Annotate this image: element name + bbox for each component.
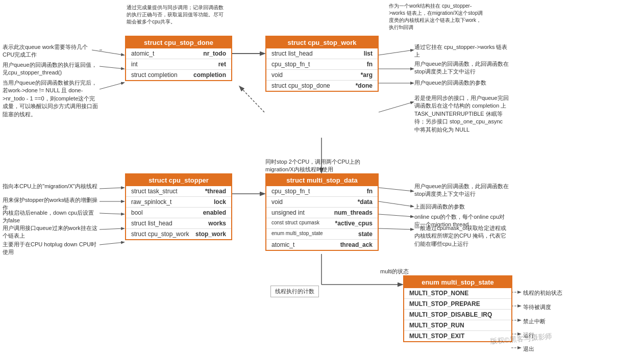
multi-stop-data-row-5: enum multi_stop_state state [266, 229, 378, 240]
svg-line-14 [379, 102, 413, 112]
annotation-state-prepare: 等待被调度 [523, 303, 551, 311]
svg-line-21 [379, 201, 413, 207]
field-name: enabled [203, 209, 226, 216]
field-type: raw_spinlock_t [131, 198, 171, 206]
field-type: atomic_t [271, 241, 294, 248]
annotation-right-multi4: 一般通过cpumask_of获取给定进程或内核线程所绑定的CPU 掩码，代表它们… [414, 224, 509, 248]
annotation-top-center: 通过完成量提供与同步调用；记录回调函数的执行正确与否，获取返回值等功能。尽可能会… [127, 4, 226, 25]
field-name: MULTI_STOP_DISABLE_IRQ [409, 311, 492, 318]
svg-line-19 [100, 242, 124, 245]
field-name: ret [218, 61, 226, 68]
svg-line-22 [379, 214, 413, 217]
field-name: num_threads [334, 209, 373, 216]
cpu-stop-work-row-4: struct cpu_stop_done *done [266, 81, 378, 91]
multi-stop-state-row-3: MULTI_STOP_DISABLE_IRQ [404, 310, 511, 320]
annotation-multi-state-label: multi的状态 [380, 268, 409, 275]
multi-stop-data-title: struct multi_stop_data [266, 174, 378, 186]
field-type: struct task_struct [131, 188, 178, 195]
field-name: list [364, 50, 373, 57]
cpu-stop-work-box: struct cpu_stop_work struct list_head li… [265, 36, 379, 92]
cpu-stopper-row-3: bool enabled [126, 208, 231, 218]
annotation-thread-count: 线程执行的计数 [270, 286, 319, 297]
field-name: *data [358, 198, 373, 206]
multi-stop-data-row-2: void *data [266, 197, 378, 208]
cpu-stopper-row-2: raw_spinlock_t lock [126, 197, 231, 208]
svg-line-2 [240, 87, 264, 112]
multi-stop-data-row-3: unsigned int num_threads [266, 208, 378, 218]
field-type: void [271, 198, 283, 206]
annotation-left-stopper3: 内核启动后enable，down cpu后设置为false [3, 209, 100, 225]
multi-stop-state-row-4: MULTI_STOP_RUN [404, 320, 511, 331]
cpu-stopper-row-4: struct list_head works [126, 218, 231, 229]
field-name: *thread [205, 188, 226, 195]
annotation-state-disable-irq: 禁止中断 [523, 318, 546, 325]
field-name: nr_todo [203, 50, 226, 57]
multi-stop-data-row-4: const struct cpumask *active_cpus [266, 218, 378, 229]
multi-stop-data-row-6: atomic_t thread_ack [266, 240, 378, 250]
svg-line-11 [379, 50, 413, 55]
annotation-left-top3: 当用户queue的回调函数被执行完后，若work->done != NULL 且… [3, 79, 100, 118]
field-name: thread_ack [340, 241, 373, 248]
annotation-bottom-note: 同时stop 2个CPU，调用两个CPU上的migration/X内核线程时使用 [265, 158, 378, 174]
field-name: MULTI_STOP_RUN [409, 322, 464, 329]
cpu-stop-work-title: struct cpu_stop_work [266, 37, 378, 48]
field-type: struct cpu_stop_done [271, 82, 330, 89]
annotation-right-top4: 若是使用同步的接口，用户queue完回调函数后在这个结构的 completion… [414, 94, 509, 134]
thread-count-text: 线程执行的计数 [275, 288, 314, 294]
field-name: state [358, 230, 373, 238]
annotation-right-multi1: 用户queue的回调函数，此回调函数在stop调度类上下文中运行 [414, 183, 509, 198]
cpu-stop-done-box: struct cpu_stop_done atomic_t nr_todo in… [125, 36, 232, 81]
field-type: const struct cpumask [271, 220, 319, 227]
field-name: *arg [361, 71, 373, 79]
field-type: struct list_head [271, 50, 313, 57]
annotation-left-top2: 用户queue的回调函数的执行返回值，见cpu_stopper_thread() [3, 61, 100, 77]
field-type: cpu_stop_fn_t [271, 188, 310, 195]
cpu-stop-done-title: struct cpu_stop_done [126, 37, 231, 48]
multi-stop-data-box: struct multi_stop_data cpu_stop_fn_t fn … [265, 173, 379, 251]
annotation-right-top1: 通过它挂在 cpu_stopper->works 链表上 [414, 43, 509, 59]
cpu-stop-work-row-2: cpu_stop_fn_t fn [266, 59, 378, 70]
cpu-stopper-title: struct cpu_stopper [126, 174, 231, 186]
cpu-stopper-row-1: struct task_struct *thread [126, 186, 231, 197]
multi-stop-state-row-2: MULTI_STOP_PREPARE [404, 299, 511, 310]
annotation-left-stopper1: 指向本CPU上的"migration/X"内核线程 [3, 183, 97, 190]
field-name: completion [193, 71, 226, 79]
svg-line-23 [379, 228, 413, 229]
cpu-stop-done-row-1: atomic_t nr_todo [126, 48, 231, 59]
cpu-stop-done-row-3: struct completion completion [126, 70, 231, 80]
cpu-stop-done-row-2: int ret [126, 59, 231, 70]
field-type: bool [131, 209, 143, 216]
annotation-right-top3: 用户queue的回调函数的参数 [414, 79, 486, 87]
multi-stop-state-title: enum multi_stop_state [404, 276, 511, 288]
field-name: lock [214, 198, 226, 206]
field-name: works [208, 220, 226, 227]
field-name: MULTI_STOP_NONE [409, 290, 468, 297]
svg-line-9 [100, 66, 124, 69]
annotation-left-top1: 表示此次queue work需要等待几个CPU完成工作 [3, 43, 100, 59]
field-type: unsigned int [271, 209, 305, 216]
field-name: stop_work [195, 230, 226, 238]
cpu-stopper-box: struct cpu_stopper struct task_struct *t… [125, 173, 232, 240]
cpu-stopper-row-5: struct cpu_stop_work stop_work [126, 229, 231, 239]
annotation-right-multi2: 上面回调函数的参数 [414, 203, 465, 211]
svg-line-18 [100, 228, 124, 229]
multi-stop-data-row-1: cpu_stop_fn_t fn [266, 186, 378, 197]
cpu-stop-work-row-1: struct list_head list [266, 48, 378, 59]
annotation-left-stopper4: 用户调用接口queue过来的work挂在这个链表上 [3, 224, 100, 240]
field-name: fn [367, 61, 373, 68]
field-name: fn [367, 188, 373, 195]
svg-line-17 [100, 213, 124, 214]
annotation-top-right: 作为一个work结构挂在 cpu_stopper->works 链表上，在mig… [389, 3, 486, 31]
field-type: int [131, 61, 138, 68]
field-type: atomic_t [131, 50, 154, 57]
field-type: cpu_stop_fn_t [271, 61, 310, 68]
field-type: struct completion [131, 71, 178, 79]
svg-line-15 [100, 188, 124, 189]
annotation-right-top2: 用户queue的回调函数，此回调函数在stop调度类上下文中运行 [414, 60, 509, 76]
cpu-stop-work-row-3: void *arg [266, 70, 378, 81]
field-name: *active_cpus [335, 220, 373, 227]
field-name: *done [356, 82, 373, 89]
annotation-state-exit: 退出 [523, 345, 534, 353]
annotation-left-stopper5: 主要用于在CPU hotplug down CPU时使用 [3, 241, 100, 257]
diagram-container: struct cpu_stop_done atomic_t nr_todo in… [0, 0, 644, 359]
